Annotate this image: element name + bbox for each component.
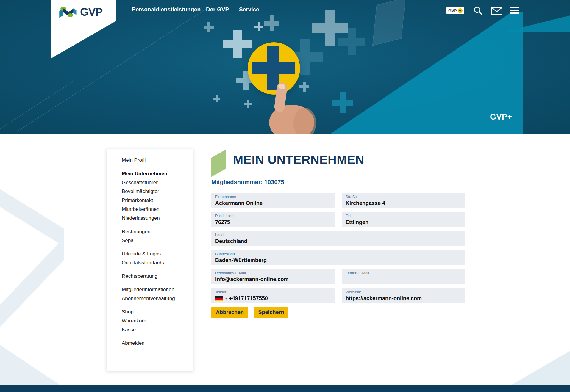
hamburger-menu-icon[interactable]	[510, 7, 519, 14]
plus-decor-icon	[332, 92, 353, 113]
field-label: Firmenname	[215, 195, 331, 199]
sidebar-item-abonnementverwaltung[interactable]: Abonnementverwaltung	[122, 294, 188, 303]
sidebar-item-shop[interactable]: Shop	[122, 308, 188, 316]
save-button[interactable]: Speichern	[254, 307, 288, 318]
sidebar-item-mitarbeiter[interactable]: Mitarbeiter/innen	[122, 205, 188, 214]
strasse-field[interactable]: Straße Kirchengasse 4	[342, 193, 465, 208]
logo-text: GVP	[80, 7, 102, 18]
field-label: Ort	[346, 214, 461, 218]
plus-decor-icon	[264, 15, 279, 31]
sidebar-item-urkunde-logos[interactable]: Urkunde & Logos	[122, 250, 188, 258]
field-label: Postleitzahl	[215, 214, 331, 218]
sidebar-item-mein-profil[interactable]: Mein Profil	[122, 156, 188, 165]
sidebar-item-mein-unternehmen[interactable]: Mein Unternehmen	[122, 169, 188, 178]
pointing-hand-image	[262, 81, 320, 134]
title-leaf-icon	[211, 150, 226, 177]
nav-link-der-gvp[interactable]: Der GVP	[206, 6, 229, 13]
land-field[interactable]: Land Deutschland	[211, 231, 465, 246]
sidebar-item-rechtsberatung[interactable]: Rechtsberatung	[122, 272, 188, 281]
field-value: Ackermann Online	[215, 200, 331, 206]
webseite-field[interactable]: Webseite https://ackermann-online.com	[342, 288, 465, 303]
field-value: Deutschland	[215, 238, 461, 244]
nav-link-service[interactable]: Service	[239, 6, 259, 13]
ort-field[interactable]: Ort Ettlingen	[342, 212, 465, 227]
membership-number: Mitgliedsnummer: 103075	[211, 179, 284, 186]
account-sidebar: Mein Profil Mein Unternehmen Geschäftsfü…	[107, 149, 193, 371]
germany-flag-icon[interactable]	[215, 296, 223, 301]
field-value: 76275	[215, 219, 331, 225]
plus-decor-icon	[223, 30, 252, 58]
field-label: Webseite	[346, 290, 461, 294]
plus-decor-icon	[338, 28, 365, 55]
plus-decor-icon	[213, 95, 220, 102]
sidebar-item-geschaeftsfuehrer[interactable]: Geschäftsführer	[122, 178, 188, 187]
caret-down-icon[interactable]: ▾	[225, 297, 227, 300]
membership-value: 103075	[264, 179, 284, 185]
membership-label: Mitgliedsnummer:	[211, 179, 263, 185]
sidebar-item-kasse[interactable]: Kasse	[122, 325, 188, 334]
field-label: Firmen-E-Mail	[346, 271, 461, 275]
hero-decor-line	[0, 81, 74, 134]
search-icon[interactable]	[473, 6, 483, 15]
postleitzahl-field[interactable]: Postleitzahl 76275	[211, 212, 335, 227]
sidebar-item-sepa[interactable]: Sepa	[122, 236, 188, 245]
plus-decor-icon	[254, 22, 263, 31]
sidebar-item-primaerkontakt[interactable]: Primärkontakt	[122, 196, 188, 205]
sidebar-item-qualitaetsstandards[interactable]: Qualitätsstandards	[122, 258, 188, 267]
field-value: Kirchengasse 4	[346, 200, 461, 206]
sidebar-item-abmelden[interactable]: Abmelden	[122, 339, 188, 348]
firmen-email-field[interactable]: Firmen-E-Mail	[342, 269, 465, 284]
sidebar-item-niederlassungen[interactable]: Niederlassungen	[122, 214, 188, 223]
field-label: Bundesland	[215, 252, 461, 256]
field-label: Straße	[346, 195, 461, 199]
badge-plus-icon: +	[458, 8, 463, 13]
bundesland-field[interactable]: Bundesland Baden-Württemberg	[211, 250, 465, 265]
nav-link-personaldienstleistungen[interactable]: Personaldienstleistungen	[132, 6, 201, 13]
cancel-button[interactable]: Abbrechen	[211, 307, 248, 318]
page: GVP+ GVP Personaldienstleistungen Der GV…	[0, 0, 570, 392]
field-label: Rechnungs-E-Mail	[215, 271, 331, 275]
page-decor-shape	[0, 238, 64, 327]
badge-text: GVP	[448, 8, 457, 13]
field-label: Telefon	[215, 290, 331, 294]
field-value: info@ackermann-online.com	[215, 276, 331, 283]
footer-bar	[0, 385, 570, 392]
plus-decor-icon	[204, 22, 214, 32]
field-label: Land	[215, 233, 461, 237]
sidebar-item-mitgliederinformationen[interactable]: Mitgliederinformationen	[122, 285, 188, 294]
gvp-plus-badge[interactable]: GVP +	[446, 7, 464, 14]
plus-decor-icon	[244, 100, 252, 108]
mail-icon[interactable]	[491, 7, 502, 15]
telefon-field[interactable]: Telefon ▾ +491717157550	[211, 288, 335, 303]
page-decor-shape	[0, 345, 60, 385]
sidebar-item-rechnungen[interactable]: Rechnungen	[122, 227, 188, 236]
field-value: Ettlingen	[346, 219, 461, 225]
rechnungs-email-field[interactable]: Rechnungs-E-Mail info@ackermann-online.c…	[211, 269, 335, 284]
firmenname-field[interactable]: Firmenname Ackermann Online	[211, 193, 335, 208]
sidebar-item-warenkorb[interactable]: Warenkorb	[122, 316, 188, 325]
gvp-logo-icon	[59, 6, 77, 18]
field-value: https://ackermann-online.com	[346, 295, 461, 302]
hero-decor-cube	[372, 0, 406, 46]
page-title: MEIN UNTERNEHMEN	[233, 153, 364, 167]
hero-decor-line	[18, 8, 208, 131]
hero-gvp-plus-label: GVP+	[490, 112, 512, 122]
sidebar-item-bevollmaechtigter[interactable]: Bevollmächtigter	[122, 187, 188, 196]
field-value: Baden-Württemberg	[215, 257, 461, 264]
page-decor-shape	[512, 351, 570, 385]
field-value: +491717157550	[229, 295, 268, 302]
